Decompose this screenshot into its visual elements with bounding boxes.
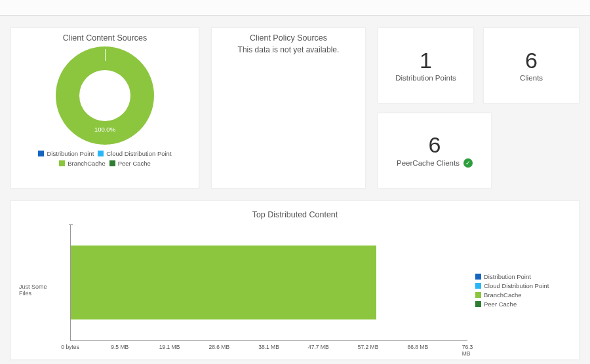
policy-sources-message: This data is not yet available.	[212, 45, 365, 54]
dashboard: Client Content Sources 100.0% Distributi…	[0, 16, 590, 360]
legend-swatch	[475, 283, 481, 289]
legend-swatch	[98, 151, 104, 156]
donut-chart[interactable]: 100.0%	[56, 46, 154, 145]
panel-title-client-policy-sources: Client Policy Sources	[212, 28, 365, 43]
legend-label: Distribution Point	[47, 150, 94, 157]
x-tick-label: 38.1 MB	[258, 344, 279, 350]
x-tick-label: 9.5 MB	[111, 344, 128, 350]
panel-title-top-distributed: Top Distributed Content	[19, 205, 571, 219]
panel-client-content-sources: Client Content Sources 100.0% Distributi…	[10, 27, 199, 189]
x-tick-label: 0 bytes	[61, 344, 79, 350]
x-tick-label: 76.3 MB	[462, 344, 473, 357]
panel-top-distributed-content: Top Distributed Content Just Some Files …	[10, 200, 580, 360]
x-tick-label: 19.1 MB	[159, 344, 180, 350]
x-tick-label: 57.2 MB	[358, 344, 379, 350]
bar-chart-plot[interactable]: 0 bytes 9.5 MB 19.1 MB 28.6 MB 38.1 MB 4…	[70, 221, 467, 359]
bar-chart-y-category: Just Some Files	[19, 221, 62, 359]
legend-label: Cloud Distribution Point	[106, 150, 171, 157]
legend-item[interactable]: Cloud Distribution Point	[475, 282, 571, 289]
bar-segment-branchcache[interactable]	[71, 246, 376, 319]
kpi-spacer	[501, 113, 580, 189]
kpi-label: PeerCache Clients	[397, 159, 460, 167]
legend-swatch	[38, 151, 44, 156]
donut-legend: Distribution Point Cloud Distribution Po…	[11, 145, 199, 173]
kpi-label: Clients	[520, 74, 543, 82]
legend-item[interactable]: Cloud Distribution Point	[98, 150, 171, 157]
kpi-value: 1	[420, 49, 432, 71]
x-tick-label: 66.8 MB	[407, 344, 428, 350]
legend-item[interactable]: Distribution Point	[475, 273, 571, 280]
x-tick-label: 47.7 MB	[308, 344, 329, 350]
bar-chart-frame	[70, 225, 467, 341]
legend-item[interactable]: BranchCache	[59, 160, 106, 167]
kpi-distribution-points[interactable]: 1 Distribution Points	[378, 27, 474, 103]
bar-chart-legend: Distribution Point Cloud Distribution Po…	[475, 221, 571, 359]
donut-chart-wrap: 100.0%	[11, 46, 199, 145]
panel-title-client-content-sources: Client Content Sources	[11, 28, 199, 43]
legend-label: BranchCache	[68, 160, 106, 167]
bar-chart-area: Just Some Files 0 bytes 9.5 MB 19.1 MB 2…	[19, 221, 571, 359]
kpi-value: 6	[429, 134, 441, 156]
kpi-row-2: 6 PeerCache Clients	[378, 113, 580, 189]
legend-label: Peer Cache	[484, 300, 517, 308]
donut-start-tick	[105, 49, 106, 61]
legend-item[interactable]: BranchCache	[475, 291, 571, 299]
kpi-value: 6	[525, 49, 538, 71]
panel-client-policy-sources: Client Policy Sources This data is not y…	[211, 27, 366, 189]
legend-label: Peer Cache	[118, 160, 151, 167]
dashboard-row-1: Client Content Sources 100.0% Distributi…	[10, 27, 580, 189]
legend-swatch	[475, 274, 481, 280]
legend-swatch	[475, 292, 481, 298]
check-icon	[463, 158, 473, 168]
kpi-label: Distribution Points	[395, 74, 456, 82]
legend-swatch	[109, 160, 115, 166]
kpi-peercache-clients[interactable]: 6 PeerCache Clients	[378, 113, 492, 189]
kpi-row-1: 1 Distribution Points 6 Clients	[378, 27, 580, 103]
bar-chart-x-ticks: 0 bytes 9.5 MB 19.1 MB 28.6 MB 38.1 MB 4…	[70, 344, 467, 354]
legend-swatch	[59, 160, 65, 166]
legend-item[interactable]: Peer Cache	[475, 300, 571, 308]
kpi-clients[interactable]: 6 Clients	[483, 27, 580, 103]
kpi-column: 1 Distribution Points 6 Clients 6 PeerCa…	[378, 27, 580, 189]
top-bar	[0, 0, 590, 16]
legend-swatch	[475, 301, 481, 307]
legend-label: BranchCache	[484, 291, 522, 299]
legend-label: Cloud Distribution Point	[484, 282, 549, 289]
x-tick-label: 28.6 MB	[208, 344, 229, 350]
legend-label: Distribution Point	[484, 273, 531, 280]
y-axis-top-tick	[69, 225, 73, 225]
legend-item[interactable]: Distribution Point	[38, 150, 94, 157]
donut-percent-label: 100.0%	[56, 126, 154, 133]
legend-item[interactable]: Peer Cache	[109, 160, 151, 167]
